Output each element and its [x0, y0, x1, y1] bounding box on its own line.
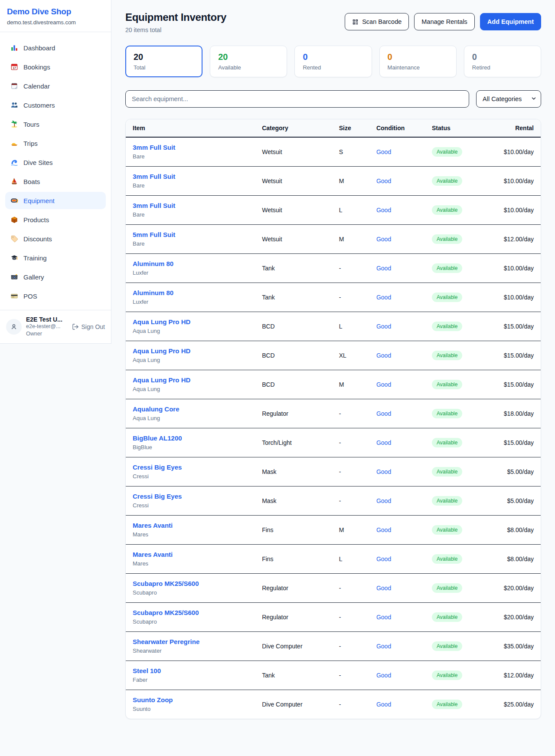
- item-name-link[interactable]: Suunto Zoop: [133, 696, 173, 704]
- sign-out-icon: [72, 323, 79, 330]
- scan-barcode-button[interactable]: Scan Barcode: [345, 13, 409, 30]
- sidebar-item-trips[interactable]: Trips: [5, 135, 106, 152]
- status-badge: Available: [432, 322, 462, 331]
- item-name-link[interactable]: Steel 100: [133, 667, 161, 675]
- condition-link[interactable]: Good: [376, 585, 391, 592]
- sidebar-item-equipment[interactable]: Equipment: [5, 192, 106, 209]
- sidebar-item-tours[interactable]: Tours: [5, 115, 106, 133]
- sidebar-item-boats[interactable]: Boats: [5, 173, 106, 190]
- item-name-link[interactable]: BigBlue AL1200: [133, 434, 182, 443]
- status-badge: Available: [432, 176, 462, 186]
- svg-text:17: 17: [13, 66, 16, 69]
- item-name-link[interactable]: Aqua Lung Pro HD: [133, 376, 190, 385]
- condition-link[interactable]: Good: [376, 410, 391, 417]
- item-name-link[interactable]: 3mm Full Suit: [133, 172, 175, 181]
- column-header-item: Item: [126, 119, 255, 137]
- palm-tree-icon: [10, 120, 18, 128]
- table-row: Suunto ZoopSuuntoDive Computer-GoodAvail…: [126, 690, 541, 719]
- item-name-link[interactable]: 3mm Full Suit: [133, 201, 175, 210]
- item-brand: Suunto: [133, 705, 248, 713]
- item-name-link[interactable]: Scubapro MK25/S600: [133, 608, 199, 617]
- item-name-link[interactable]: Cressi Big Eyes: [133, 463, 182, 472]
- filters-row: All Categories: [125, 90, 541, 108]
- condition-link[interactable]: Good: [376, 497, 391, 504]
- sidebar-item-dive-sites[interactable]: Dive Sites: [5, 154, 106, 171]
- sidebar-item-calendar[interactable]: Calendar: [5, 77, 106, 95]
- table-row: 3mm Full SuitBareWetsuitLGoodAvailable$1…: [126, 196, 541, 225]
- item-name-link[interactable]: Scubapro MK25/S600: [133, 579, 199, 588]
- condition-link[interactable]: Good: [376, 614, 391, 621]
- condition-link[interactable]: Good: [376, 672, 391, 679]
- item-name-link[interactable]: Aqua Lung Pro HD: [133, 347, 190, 355]
- stat-card-rented[interactable]: 0Rented: [294, 46, 372, 77]
- sidebar-item-label: Dive Sites: [23, 159, 53, 166]
- sign-out-button[interactable]: Sign Out: [72, 323, 105, 330]
- condition-link[interactable]: Good: [376, 526, 391, 533]
- rental-rate: $15.00/day: [481, 428, 541, 457]
- sidebar-item-dashboard[interactable]: Dashboard: [5, 39, 106, 56]
- item-name-link[interactable]: Cressi Big Eyes: [133, 492, 182, 501]
- category-select[interactable]: All Categories: [476, 90, 541, 108]
- condition-link[interactable]: Good: [376, 468, 391, 475]
- sidebar-item-training[interactable]: Training: [5, 249, 106, 266]
- item-name-link[interactable]: Aqua Lung Pro HD: [133, 318, 190, 326]
- stat-label: Maintenance: [388, 64, 448, 71]
- item-brand: Aqua Lung: [133, 356, 248, 364]
- stat-card-retired[interactable]: 0Retired: [464, 46, 541, 77]
- stat-card-total[interactable]: 20Total: [125, 46, 202, 77]
- sidebar-item-gallery[interactable]: Gallery: [5, 268, 106, 286]
- item-brand: Aqua Lung: [133, 414, 248, 422]
- status-badge: Available: [432, 380, 462, 389]
- condition-link[interactable]: Good: [376, 177, 391, 184]
- sidebar-nav: Dashboard17BookingsCalendarCustomersTour…: [0, 32, 111, 310]
- condition-link[interactable]: Good: [376, 643, 391, 650]
- condition-link[interactable]: Good: [376, 207, 391, 214]
- user-meta: E2E Test U... e2e-tester@... Owner: [26, 316, 68, 338]
- condition-link[interactable]: Good: [376, 265, 391, 272]
- stat-card-maintenance[interactable]: 0Maintenance: [379, 46, 457, 77]
- manage-rentals-button[interactable]: Manage Rentals: [414, 13, 475, 30]
- table-row: 3mm Full SuitBareWetsuitMGoodAvailable$1…: [126, 167, 541, 196]
- condition-link[interactable]: Good: [376, 381, 391, 388]
- speedboat-icon: [10, 139, 18, 147]
- rental-rate: $12.00/day: [481, 225, 541, 254]
- item-name-link[interactable]: Aluminum 80: [133, 289, 173, 297]
- table-row: Steel 100FaberTank-GoodAvailable$12.00/d…: [126, 661, 541, 690]
- column-header-size: Size: [332, 119, 369, 137]
- item-category: Torch/Light: [255, 428, 332, 457]
- sidebar-item-customers[interactable]: Customers: [5, 96, 106, 114]
- condition-link[interactable]: Good: [376, 236, 391, 243]
- stat-card-available[interactable]: 20Available: [210, 46, 287, 77]
- item-name-link[interactable]: 5mm Full Suit: [133, 230, 175, 239]
- item-name-link[interactable]: Mares Avanti: [133, 521, 173, 530]
- dive-mask-icon: [10, 197, 18, 204]
- table-row: 5mm Full SuitBareWetsuitMGoodAvailable$1…: [126, 225, 541, 254]
- bar-chart-icon: [10, 44, 18, 52]
- condition-link[interactable]: Good: [376, 323, 391, 330]
- condition-link[interactable]: Good: [376, 352, 391, 359]
- item-name-link[interactable]: Mares Avanti: [133, 550, 173, 559]
- condition-link[interactable]: Good: [376, 701, 391, 708]
- item-name-link[interactable]: 3mm Full Suit: [133, 143, 175, 152]
- add-equipment-button[interactable]: Add Equipment: [480, 13, 541, 30]
- sidebar-item-discounts[interactable]: Discounts: [5, 230, 106, 247]
- condition-link[interactable]: Good: [376, 148, 391, 155]
- search-input[interactable]: [125, 90, 469, 108]
- condition-link[interactable]: Good: [376, 294, 391, 301]
- condition-link[interactable]: Good: [376, 555, 391, 562]
- rental-rate: $20.00/day: [481, 603, 541, 632]
- item-name-link[interactable]: Shearwater Peregrine: [133, 638, 199, 646]
- sidebar-item-bookings[interactable]: 17Bookings: [5, 58, 106, 76]
- item-category: Fins: [255, 545, 332, 574]
- item-name-link[interactable]: Aqualung Core: [133, 405, 180, 414]
- sidebar-item-products[interactable]: Products: [5, 211, 106, 228]
- item-size: -: [332, 457, 369, 486]
- status-badge: Available: [432, 438, 462, 447]
- users-icon: [10, 101, 18, 109]
- item-name-link[interactable]: Aluminum 80: [133, 260, 173, 268]
- manage-rentals-label: Manage Rentals: [421, 18, 467, 25]
- condition-link[interactable]: Good: [376, 439, 391, 446]
- sidebar-item-pos[interactable]: POS: [5, 287, 106, 305]
- status-badge: Available: [432, 583, 462, 593]
- sidebar-item-label: POS: [23, 293, 37, 300]
